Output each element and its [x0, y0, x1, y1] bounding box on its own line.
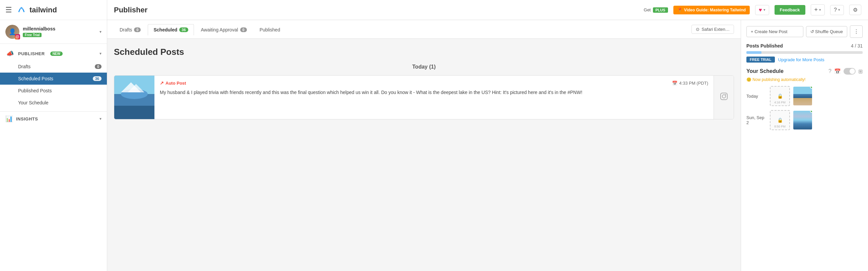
auto-post-text: Auto Post — [165, 81, 186, 86]
posts-title: Scheduled Posts — [114, 47, 734, 57]
add-button[interactable]: + ▾ — [811, 4, 825, 15]
shuffle-queue-button[interactable]: ↺ Shuffle Queue — [806, 26, 847, 37]
slot-time-today: 4:16 PM — [774, 101, 785, 104]
schedule-day-sun: Sun, Sep 2 — [746, 115, 767, 125]
sidebar: ☰ tailwind 👤 millennialboss Free Trial ▾ — [0, 0, 107, 271]
publisher-label: PUBLISHER — [18, 51, 45, 56]
progress-bar-fill — [746, 51, 762, 54]
your-schedule-header: Your Schedule ? 📅 ⊞ — [746, 68, 863, 75]
insights-label: INSIGHTS — [16, 116, 38, 122]
slot-time-sun: 8:50 PM — [774, 125, 785, 128]
heart-icon: ♥ — [759, 7, 762, 13]
post-body: ↗ Auto Post 📅 4:33 PM (PDT) My husband &… — [154, 76, 714, 119]
hamburger-icon[interactable]: ☰ — [5, 6, 12, 14]
tab-drafts[interactable]: Drafts 0 — [114, 24, 146, 35]
publisher-icon: 📣 — [5, 50, 15, 57]
day-header: Today (1) — [114, 64, 734, 70]
post-card: ↗ Auto Post 📅 4:33 PM (PDT) My husband &… — [114, 75, 734, 120]
schedule-slot-locked-today: 🔒 4:16 PM — [770, 86, 790, 106]
nav-item-drafts[interactable]: Drafts 0 — [0, 61, 107, 73]
post-image — [114, 76, 154, 119]
heart-button[interactable]: ♥ ▾ — [755, 5, 769, 15]
publisher-section: 📣 PUBLISHER NEW ▾ Drafts 0 Scheduled Pos… — [0, 44, 107, 112]
nav-item-scheduled-posts[interactable]: Scheduled Posts 36 — [0, 73, 107, 84]
safari-extension-button[interactable]: ⊙ Safari Exten… — [691, 25, 734, 34]
user-info: millennialboss Free Trial — [23, 26, 99, 37]
publisher-new-badge: NEW — [50, 52, 63, 56]
published-posts-label: Published Posts — [18, 88, 52, 93]
right-panel: + Create New Post ↺ Shuffle Queue ⋮ Post… — [741, 20, 868, 271]
schedule-help-icon[interactable]: ? — [829, 68, 832, 74]
get-label: Get — [644, 7, 651, 12]
post-thumbnail-sun — [793, 111, 812, 130]
drafts-count: 0 — [95, 64, 101, 69]
post-time: 📅 4:33 PM (PDT) — [672, 81, 708, 86]
free-trial-tag: FREE TRIAL — [746, 57, 775, 63]
schedule-calendar-icon[interactable]: 📅 — [834, 68, 841, 75]
tab-awaiting-approval[interactable]: Awaiting Approval 0 — [195, 24, 253, 35]
feedback-button[interactable]: Feedback — [775, 5, 805, 15]
avatar-wrap: 👤 — [5, 25, 20, 39]
plus-badge[interactable]: PLUS — [653, 7, 668, 13]
scheduled-posts-count: 36 — [93, 76, 101, 81]
schedule-grid-icon[interactable]: ⊞ — [858, 68, 863, 75]
left-panel: Drafts 0 Scheduled 36 Awaiting Approval … — [107, 20, 741, 271]
post-time-text: 4:33 PM (PDT) — [679, 81, 708, 86]
tab-scheduled-label: Scheduled — [153, 27, 177, 32]
tab-awaiting-count: 0 — [240, 27, 247, 32]
user-chevron-icon[interactable]: ▾ — [99, 29, 101, 34]
user-row[interactable]: 👤 millennialboss Free Trial ▾ — [0, 20, 107, 44]
tailwind-logo-icon — [16, 3, 27, 17]
more-options-button[interactable]: ⋮ — [850, 26, 863, 38]
schedule-item-sun-sep2: Sun, Sep 2 🔒 8:50 PM — [746, 110, 863, 130]
safari-icon: ⊙ — [696, 27, 700, 32]
auto-publish-note: 🙂 Now publishing automatically! — [746, 77, 863, 82]
right-panel-actions: + Create New Post ↺ Shuffle Queue ⋮ — [746, 26, 863, 38]
nav-item-your-schedule[interactable]: Your Schedule — [0, 97, 107, 109]
schedule-day-today: Today — [746, 94, 767, 99]
publisher-expand-icon[interactable]: ▾ — [99, 51, 101, 56]
instagram-badge — [15, 34, 20, 39]
nav-item-published-posts[interactable]: Published Posts — [0, 84, 107, 97]
publisher-header[interactable]: 📣 PUBLISHER NEW ▾ — [0, 46, 107, 61]
video-icon: 📍 — [677, 8, 682, 12]
main: Publisher Get PLUS 📍 Video Guide: Master… — [107, 0, 868, 271]
post-image-placeholder — [114, 76, 154, 119]
schedule-slot-image-sun[interactable] — [793, 111, 812, 130]
svg-point-11 — [725, 94, 726, 95]
svg-rect-9 — [721, 93, 727, 100]
post-action[interactable] — [714, 76, 734, 119]
insights-icon: 📊 — [5, 115, 13, 123]
video-guide-button[interactable]: 📍 Video Guide: Mastering Tailwind — [673, 6, 750, 14]
sidebar-header: ☰ tailwind — [0, 0, 107, 20]
upgrade-link[interactable]: Upgrade for More Posts — [778, 57, 825, 62]
lock-icon-today: 🔒 — [777, 93, 783, 99]
auto-post-icon: ↗ — [160, 80, 164, 86]
help-button[interactable]: ? ▾ — [830, 5, 844, 15]
free-trial-badge: Free Trial — [23, 33, 41, 37]
tab-published[interactable]: Published — [254, 24, 286, 35]
instagram-action-icon — [719, 92, 728, 103]
post-text: My husband & I played trivia with friend… — [160, 89, 708, 96]
insights-expand-icon[interactable]: ▾ — [99, 116, 101, 121]
published-cta: FREE TRIAL Upgrade for More Posts — [746, 57, 863, 63]
tab-drafts-count: 0 — [134, 27, 141, 32]
posts-published-label: Posts Published — [746, 43, 783, 48]
create-new-post-button[interactable]: + Create New Post — [746, 26, 803, 37]
insights-section[interactable]: 📊 INSIGHTS ▾ — [0, 112, 107, 126]
tab-published-label: Published — [260, 27, 280, 32]
auto-post-label: ↗ Auto Post — [160, 80, 186, 86]
page-title: Publisher — [114, 6, 147, 14]
settings-button[interactable]: ⚙ — [849, 5, 861, 15]
schedule-slot-image-today[interactable] — [793, 87, 812, 105]
schedule-toggle[interactable] — [843, 68, 856, 75]
svg-point-2 — [18, 36, 19, 36]
heart-chevron-icon: ▾ — [764, 8, 766, 12]
post-thumbnail-today — [793, 87, 812, 105]
user-name: millennialboss — [23, 26, 99, 31]
drafts-label: Drafts — [18, 64, 30, 69]
tab-scheduled[interactable]: Scheduled 36 — [148, 24, 194, 35]
your-schedule-label: Your Schedule — [18, 100, 49, 105]
tab-scheduled-count: 36 — [179, 27, 188, 32]
tab-awaiting-label: Awaiting Approval — [201, 27, 238, 32]
